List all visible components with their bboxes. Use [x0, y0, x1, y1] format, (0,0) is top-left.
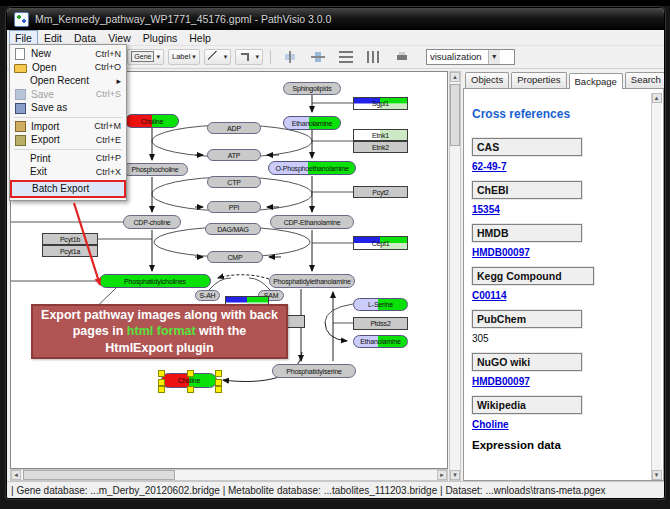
xref-link[interactable]: 62-49-7 — [472, 161, 651, 172]
pathway-node-ethanolamine[interactable]: Ethanolamine — [353, 335, 408, 348]
pathway-node-choline[interactable]: Choline — [161, 373, 217, 388]
xref-link[interactable]: HMDB00097 — [472, 376, 651, 387]
pathway-node-phosphocholine[interactable]: Phosphocholine — [122, 163, 188, 176]
file-menu-item-batch-export[interactable]: Batch Export — [10, 180, 126, 198]
xref-link-text[interactable]: 62-49-7 — [472, 161, 506, 172]
menubar-item-help[interactable]: Help — [183, 30, 217, 45]
pathway-node-phosphatidylethanolamine[interactable]: Phosphatidylethanolamine — [269, 274, 355, 288]
scroll-up-icon[interactable]: ▲ — [450, 72, 460, 82]
panel-scrollbar[interactable]: ▲ ▼ — [651, 93, 661, 480]
tab-properties[interactable]: Properties — [511, 72, 566, 88]
pathway-node-pcyt1b[interactable]: Pcyt1b — [42, 233, 98, 245]
file-menu-item-import[interactable]: ImportCtrl+M — [11, 120, 125, 134]
tab-backpage[interactable]: Backpage — [569, 73, 623, 89]
pathway-node-cdp-choline[interactable]: CDP-choline — [123, 215, 181, 229]
pathway-node-l-serine[interactable]: L-Serine — [353, 298, 408, 311]
xref-link[interactable]: 15354 — [472, 204, 651, 215]
pathway-node-ctp[interactable]: CTP — [207, 176, 261, 188]
xref-link-text[interactable]: C00114 — [472, 290, 506, 301]
tab-search[interactable]: Search — [625, 72, 665, 88]
selection-handle[interactable] — [187, 370, 194, 377]
scroll-down-icon[interactable]: ▼ — [450, 470, 460, 480]
pathway-node-phosphatidylserine[interactable]: Phosphatidylserine — [272, 364, 356, 378]
chevron-down-icon[interactable]: ▼ — [488, 50, 500, 64]
new-connector-button[interactable]: ▾ — [235, 49, 263, 65]
pathway-node-pcyt2[interactable]: Pcyt2 — [353, 186, 408, 198]
pathway-node-sphingolipids[interactable]: Sphingolipids — [283, 82, 341, 95]
menubar-item-data[interactable]: Data — [68, 30, 102, 45]
side-panel: ObjectsPropertiesBackpageSearchLegend Cr… — [463, 71, 664, 481]
selection-handle[interactable] — [215, 379, 222, 386]
pathway-node-dag-mag[interactable]: DAG/MAG — [205, 223, 261, 235]
tab-objects[interactable]: Objects — [465, 72, 509, 88]
scrollbar-thumb[interactable] — [450, 84, 460, 146]
stack-horizontal-icon[interactable] — [339, 51, 353, 63]
pathway-node-etnk1[interactable]: Etnk1 — [353, 129, 408, 141]
xref-link-text[interactable]: HMDB00097 — [472, 247, 530, 258]
file-menu-item-open-recent[interactable]: Open Recent▸ — [11, 74, 125, 88]
pathway-node-cdp-ethanolamine[interactable]: CDP-Ethanolamine — [270, 215, 354, 229]
xref-link[interactable]: C00114 — [472, 290, 651, 301]
xref-link-text[interactable]: 15354 — [472, 204, 500, 215]
chevron-down-icon[interactable]: ▾ — [192, 53, 196, 61]
backpage-panel: Cross references CAS62-49-7ChEBI15354HMD… — [463, 88, 664, 481]
file-menu-item-open[interactable]: OpenCtrl+O — [11, 61, 125, 75]
xref-header: HMDB — [472, 224, 582, 242]
scroll-up-icon[interactable]: ▲ — [652, 93, 662, 103]
horizontal-scrollbar[interactable]: ◄ ► — [10, 469, 448, 481]
pathway-node-atp[interactable]: ATP — [207, 149, 261, 161]
pathway-node-o-phosphoethanolamine[interactable]: O-Phosphoethanolamine — [268, 161, 356, 175]
scroll-left-icon[interactable]: ◄ — [11, 470, 21, 480]
file-menu-item-new[interactable]: NewCtrl+N — [11, 47, 125, 61]
selection-handle[interactable] — [215, 370, 222, 377]
pathway-node-adp[interactable]: ADP — [207, 122, 261, 134]
selection-handle[interactable] — [215, 386, 222, 393]
new-label-button[interactable]: Label ▾ — [168, 49, 200, 65]
selection-handle[interactable] — [158, 386, 165, 393]
scroll-right-icon[interactable]: ► — [437, 470, 447, 480]
new-line-button[interactable]: ▾ — [204, 49, 232, 65]
file-menu-item-export[interactable]: ExportCtrl+E — [11, 133, 125, 147]
new-datanode-button[interactable]: Gene ▾ — [127, 49, 164, 65]
xref-link[interactable]: HMDB00097 — [472, 247, 651, 258]
menubar-item-edit[interactable]: Edit — [38, 30, 68, 45]
pathway-node-phosphatidylcholines[interactable]: Phosphatidylcholines — [99, 274, 211, 288]
menubar-item-plugins[interactable]: Plugins — [137, 30, 183, 45]
align-vertical-center-icon[interactable] — [283, 51, 297, 63]
file-menu-item-save-as[interactable]: Save as — [11, 101, 125, 115]
align-horizontal-center-icon[interactable] — [311, 51, 325, 63]
save-icon — [15, 89, 26, 100]
pathway-node-s-ah[interactable]: S-AH — [195, 290, 220, 301]
chevron-down-icon[interactable]: ▾ — [255, 53, 259, 61]
pathway-node-ethanolamine[interactable]: Ethanolamine — [283, 116, 341, 130]
menubar-item-view[interactable]: View — [102, 30, 137, 45]
visualization-combobox[interactable]: visualization ▼ — [426, 49, 515, 65]
pathway-node-cmp[interactable]: CMP — [207, 251, 263, 263]
vertical-scrollbar[interactable]: ▲ ▼ — [449, 71, 461, 481]
xref-link-text[interactable]: HMDB00097 — [472, 376, 530, 387]
xref-link-text[interactable]: Choline — [472, 419, 509, 430]
cross-references-heading: Cross references — [472, 107, 651, 121]
pathway-node-pcyt1a[interactable]: Pcyt1a — [42, 245, 98, 257]
title-bar[interactable]: Mm_Kennedy_pathway_WP1771_45176.gpml - P… — [7, 8, 664, 30]
pathway-node-choline[interactable]: Choline — [125, 114, 179, 128]
pathway-node-cept1[interactable]: Cept1 — [353, 236, 408, 250]
pathway-node-sgpl1[interactable]: Sgpl1 — [353, 97, 408, 110]
chevron-down-icon[interactable]: ▾ — [156, 53, 160, 61]
selection-handle[interactable] — [158, 370, 165, 377]
xref-link[interactable]: Choline — [472, 419, 651, 430]
scrollbar-thumb[interactable] — [23, 470, 175, 480]
file-menu-item-print[interactable]: PrintCtrl+P — [11, 152, 125, 166]
common-size-icon[interactable] — [395, 51, 409, 63]
menu-item-label: Batch Export — [32, 183, 115, 194]
pathway-node-ptdss2[interactable]: Ptdss2 — [353, 317, 408, 330]
chevron-down-icon[interactable]: ▾ — [224, 53, 228, 61]
file-menu-item-exit[interactable]: ExitCtrl+X — [11, 165, 125, 179]
menubar-item-file[interactable]: File — [9, 30, 38, 45]
selection-handle[interactable] — [187, 386, 194, 393]
stack-vertical-icon[interactable] — [367, 51, 381, 63]
selection-handle[interactable] — [158, 379, 165, 386]
scroll-down-icon[interactable]: ▼ — [652, 470, 662, 480]
pathway-node-etnk2[interactable]: Etnk2 — [353, 141, 408, 153]
pathway-node-ppi[interactable]: PPi — [207, 201, 261, 213]
